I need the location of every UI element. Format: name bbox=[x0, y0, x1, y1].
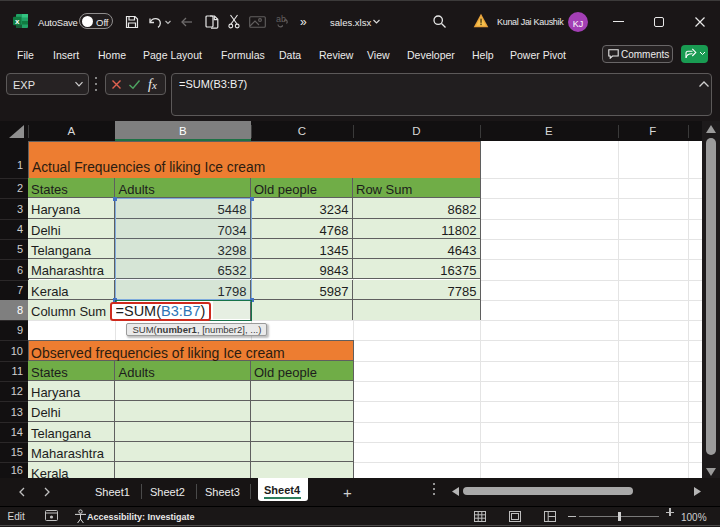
svg-text:ab: ab bbox=[276, 14, 286, 24]
svg-text:x: x bbox=[15, 17, 20, 26]
